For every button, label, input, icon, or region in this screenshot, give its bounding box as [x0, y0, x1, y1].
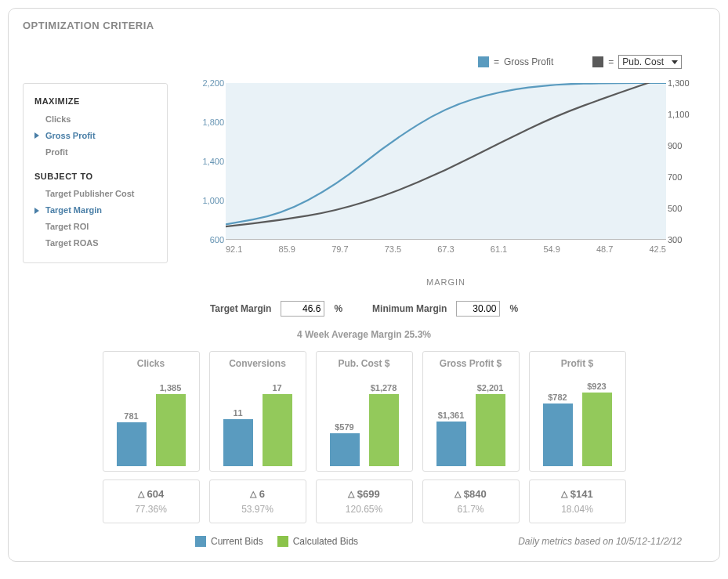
x-tick: 54.9 — [543, 244, 560, 254]
swatch-blue-icon — [195, 536, 206, 547]
calc-bar — [476, 394, 505, 466]
subject-option[interactable]: Target ROI — [34, 219, 156, 235]
current-bar — [117, 422, 147, 466]
metric-title: Pub. Cost $ — [321, 358, 407, 369]
delta-pct: 18.04% — [533, 502, 622, 516]
legend-prefix: = — [494, 56, 499, 67]
pct-suffix: % — [509, 303, 518, 314]
series-line — [226, 83, 666, 224]
x-tick: 73.5 — [385, 244, 401, 254]
maximize-option[interactable]: Profit — [34, 144, 156, 161]
x-tick: 42.5 — [650, 244, 666, 254]
legend-gross-profit: = Gross Profit — [478, 56, 553, 67]
legend-secondary: = Pub. Cost — [592, 55, 682, 69]
legend-label: Gross Profit — [504, 56, 553, 67]
delta-pct: 61.7% — [426, 502, 516, 516]
metric-title: Profit $ — [534, 358, 621, 369]
calc-bar — [582, 393, 612, 466]
metric-card: Pub. Cost $ $579 $1,278 — [316, 351, 413, 472]
metric-title: Conversions — [215, 358, 301, 369]
metric-card: Clicks 781 1,385 — [103, 351, 200, 472]
metric-card: Conversions 11 17 — [209, 351, 306, 472]
chevron-down-icon — [672, 60, 678, 64]
calc-value: $1,278 — [371, 383, 397, 393]
y-right-tick: 900 — [668, 141, 705, 150]
legend-bottom: Current Bids Calculated Bids Daily metri… — [23, 536, 705, 547]
calc-value: $2,201 — [477, 383, 504, 393]
legend-calculated-bids: Calculated Bids — [277, 536, 358, 547]
y-left-tick: 1,800 — [187, 118, 224, 127]
delta-up-icon: △ — [455, 489, 461, 498]
swatch-blue-icon — [478, 56, 489, 67]
x-tick: 92.1 — [226, 244, 242, 254]
delta-pct: 77.36% — [107, 502, 196, 516]
legend-current-bids: Current Bids — [195, 536, 263, 547]
subject-option[interactable]: Target Margin — [34, 202, 156, 219]
maximize-option[interactable]: Clicks — [34, 111, 156, 128]
current-bar — [330, 433, 360, 466]
subject-heading: SUBJECT TO — [34, 168, 156, 185]
secondary-metric-select[interactable]: Pub. Cost — [618, 55, 682, 69]
y-right-tick: 500 — [668, 204, 705, 213]
minimum-margin-input[interactable] — [456, 301, 500, 317]
target-margin-label: Target Margin — [210, 303, 271, 314]
metric-title: Clicks — [108, 358, 194, 369]
metric-card: Gross Profit $ $1,361 $2,201 — [422, 351, 520, 472]
minimum-margin-label: Minimum Margin — [372, 303, 447, 314]
metric-title: Gross Profit $ — [428, 358, 514, 369]
calc-value: $923 — [587, 382, 606, 391]
swatch-green-icon — [277, 536, 288, 547]
x-tick: 61.1 — [491, 244, 507, 254]
calc-value: 1,385 — [160, 383, 182, 393]
x-tick: 79.7 — [331, 244, 348, 254]
y-left-tick: 1,400 — [187, 157, 224, 166]
delta-value: $141 — [570, 488, 593, 500]
x-tick: 48.7 — [596, 244, 613, 254]
select-value: Pub. Cost — [622, 56, 664, 67]
current-value: 781 — [124, 411, 138, 421]
pct-suffix: % — [334, 303, 342, 314]
criteria-sidebar: MAXIMIZE ClicksGross ProfitProfit SUBJEC… — [23, 83, 168, 263]
current-bar — [223, 419, 253, 466]
y-right-tick: 700 — [668, 172, 705, 182]
margin-chart: 92.185.979.773.567.361.154.948.742.5 2,2… — [168, 83, 705, 287]
delta-up-icon: △ — [250, 489, 256, 498]
y-left-tick: 2,200 — [187, 78, 224, 88]
current-bar — [543, 403, 573, 466]
y-right-tick: 1,300 — [668, 78, 705, 88]
target-margin-input[interactable] — [281, 301, 324, 317]
target-inputs: Target Margin % Minimum Margin % — [23, 301, 705, 317]
delta-up-icon: △ — [138, 489, 144, 498]
y-left-tick: 600 — [187, 235, 224, 244]
delta-value: $840 — [464, 488, 487, 500]
legend-label: Calculated Bids — [293, 536, 358, 547]
delta-pct: 120.65% — [320, 502, 409, 516]
delta-pct: 53.97% — [213, 502, 302, 516]
y-right-tick: 1,100 — [668, 110, 705, 119]
subject-option[interactable]: Target ROAS — [34, 235, 156, 252]
date-range-note: Daily metrics based on 10/5/12-11/2/12 — [518, 536, 682, 547]
current-value: $782 — [548, 393, 567, 402]
current-value: $1,361 — [438, 411, 465, 420]
delta-value: 604 — [147, 488, 164, 500]
current-value: $579 — [335, 422, 353, 432]
metric-delta: △ 6 53.97% — [209, 479, 306, 523]
delta-value: $699 — [357, 488, 380, 500]
delta-value: 6 — [259, 488, 265, 500]
calc-bar — [263, 394, 292, 466]
maximize-option[interactable]: Gross Profit — [34, 128, 156, 144]
maximize-heading: MAXIMIZE — [34, 93, 156, 110]
x-tick: 85.9 — [279, 244, 295, 254]
legend-prefix: = — [608, 56, 614, 67]
y-left-tick: 1,000 — [187, 196, 224, 205]
calc-bar — [369, 394, 399, 466]
metric-card: Profit $ $782 $923 — [529, 351, 626, 472]
metric-delta: △ $699 120.65% — [316, 479, 413, 523]
current-value: 11 — [233, 408, 242, 418]
x-tick: 67.3 — [437, 244, 454, 254]
series-line — [226, 83, 666, 226]
delta-up-icon: △ — [348, 489, 354, 498]
x-axis-title: MARGIN — [187, 277, 705, 287]
chart-legend-top: = Gross Profit = Pub. Cost — [23, 55, 705, 69]
subject-option[interactable]: Target Publisher Cost — [34, 186, 156, 202]
